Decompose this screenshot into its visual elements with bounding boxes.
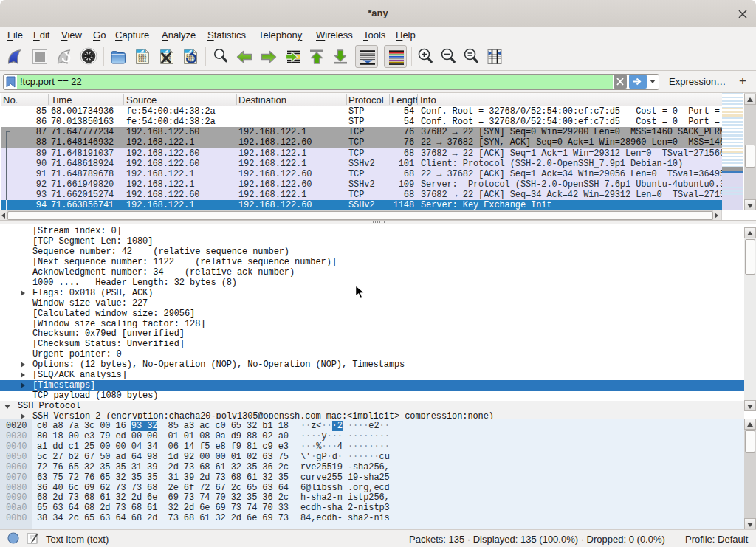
svg-text:0111: 0111 bbox=[138, 59, 146, 63]
